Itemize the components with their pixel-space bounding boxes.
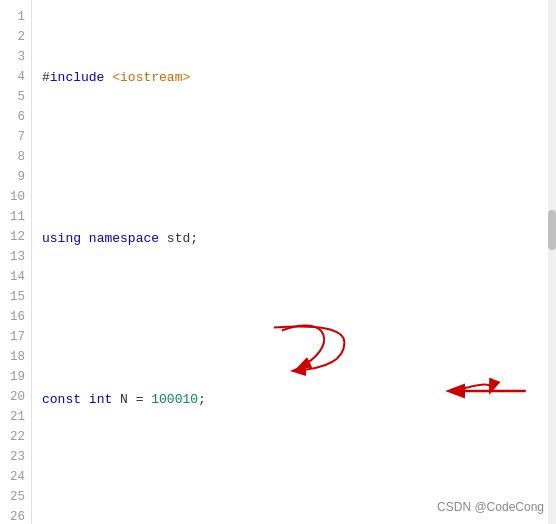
code-area[interactable]: 1 2 3 4 5 6 7 8 9 10 11 12 13 14 15 16 1… <box>0 0 556 524</box>
code-line-2 <box>42 149 546 169</box>
line-numbers: 1 2 3 4 5 6 7 8 9 10 11 12 13 14 15 16 1… <box>0 0 32 524</box>
code-editor: 1 2 3 4 5 6 7 8 9 10 11 12 13 14 15 16 1… <box>0 0 556 524</box>
code-line-5: const int N = 100010; <box>42 390 546 410</box>
scrollbar-thumb[interactable] <box>548 210 556 250</box>
code-line-6 <box>42 471 546 491</box>
code-line-3: using namespace std; <box>42 229 546 249</box>
watermark: CSDN @CodeCong <box>437 500 544 514</box>
code-line-4 <box>42 310 546 330</box>
code-line-1: #include <iostream> <box>42 68 546 88</box>
code-content[interactable]: #include <iostream> using namespace std;… <box>32 0 556 524</box>
scrollbar[interactable] <box>548 0 556 524</box>
